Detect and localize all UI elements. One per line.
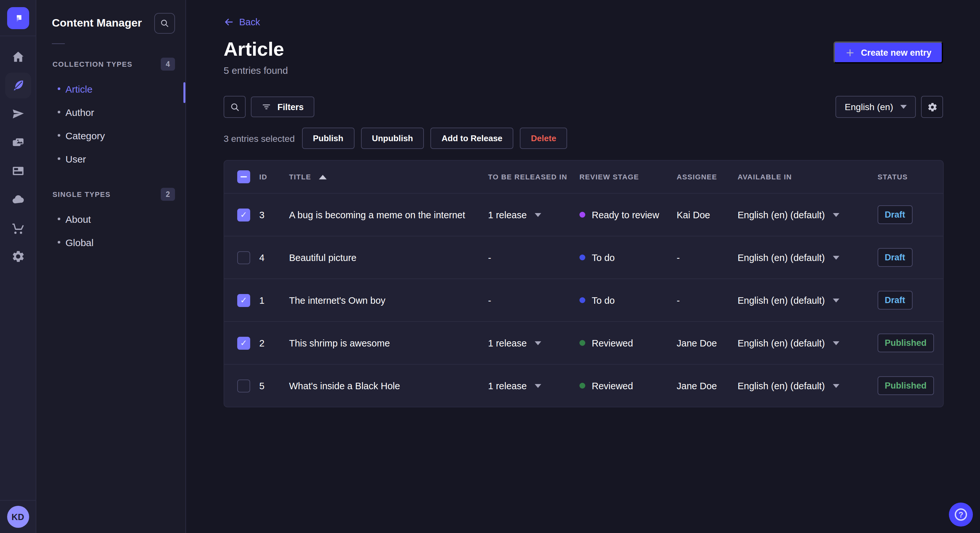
sidebar-item-about[interactable]: About	[36, 207, 185, 230]
cell-release: 1 release	[488, 209, 579, 220]
cell-assignee: Kai Doe	[677, 209, 738, 220]
table-row[interactable]: 1 The internet's Own boy - To do - Engli…	[224, 279, 943, 321]
publish-button[interactable]: Publish	[302, 128, 354, 149]
table-body: 3 A bug is becoming a meme on the intern…	[224, 193, 943, 407]
toolbar-left: Filters	[224, 96, 314, 118]
locale-chevron-down-icon[interactable]	[832, 213, 839, 217]
row-checkbox[interactable]	[237, 336, 250, 349]
locale-value: English (en)	[845, 102, 893, 112]
stage-text: Reviewed	[592, 338, 633, 348]
sidebar-content-type-builder-button[interactable]	[5, 158, 31, 184]
gear-icon	[926, 102, 937, 113]
search-button[interactable]	[224, 96, 246, 118]
main-nav-sidebar: KD	[0, 0, 36, 533]
question-mark-icon: ?	[955, 508, 967, 521]
subnav-header: Content Manager	[36, 0, 185, 34]
layout-icon	[11, 164, 25, 178]
sidebar-item-author[interactable]: Author	[36, 100, 185, 124]
available-text: English (en) (default)	[738, 295, 825, 305]
sidebar-content-manager-button[interactable]	[5, 73, 31, 98]
sidebar-deploy-button[interactable]	[5, 187, 31, 213]
release-text: 1 release	[488, 381, 527, 391]
row-checkbox[interactable]	[237, 208, 250, 221]
stage-text: To do	[592, 295, 615, 305]
selection-count-text: 3 entries selected	[224, 133, 294, 143]
locale-chevron-down-icon[interactable]	[832, 384, 839, 388]
subnav-search-button[interactable]	[154, 13, 175, 34]
nav-item-label: Author	[65, 106, 94, 117]
cell-stage: To do	[579, 295, 677, 305]
cell-status: Draft	[878, 291, 943, 309]
section-count-badge: 4	[161, 58, 175, 71]
help-button[interactable]: ?	[949, 503, 973, 527]
filters-label: Filters	[277, 102, 304, 112]
table-row[interactable]: 2 This shrimp is awesome 1 release Revie…	[224, 321, 943, 364]
toolbar-right: English (en)	[836, 96, 943, 118]
back-row: Back	[224, 17, 943, 30]
create-new-entry-button[interactable]: Create new entry	[834, 41, 943, 63]
row-checkbox[interactable]	[237, 294, 250, 307]
column-header-status[interactable]: STATUS	[878, 173, 943, 181]
active-item-indicator	[183, 82, 185, 103]
table-row[interactable]: 4 Beautiful picture - To do - English (e…	[224, 236, 943, 279]
cell-available: English (en) (default)	[738, 209, 878, 220]
cell-assignee: Jane Doe	[677, 381, 738, 391]
cell-status: Published	[878, 333, 943, 352]
view-settings-button[interactable]	[921, 96, 943, 118]
cell-available: English (en) (default)	[738, 338, 878, 348]
delete-button[interactable]: Delete	[520, 128, 567, 149]
nav-icons	[5, 36, 31, 270]
release-chevron-down-icon[interactable]	[535, 384, 541, 388]
locale-chevron-down-icon[interactable]	[832, 255, 839, 259]
bullet-icon	[58, 134, 60, 136]
cell-available: English (en) (default)	[738, 381, 878, 391]
release-chevron-down-icon[interactable]	[535, 341, 541, 345]
sidebar-marketplace-button[interactable]	[5, 215, 31, 241]
column-header-title[interactable]: TITLE	[289, 173, 488, 181]
locale-chevron-down-icon[interactable]	[832, 298, 839, 302]
sidebar-media-library-button[interactable]	[5, 130, 31, 155]
table-row[interactable]: 3 A bug is becoming a meme on the intern…	[224, 193, 943, 236]
column-header-stage[interactable]: REVIEW STAGE	[579, 173, 677, 181]
bullet-icon	[58, 241, 60, 244]
locale-select[interactable]: English (en)	[836, 96, 916, 118]
cell-release: 1 release	[488, 381, 579, 391]
add-to-release-button[interactable]: Add to Release	[430, 128, 513, 149]
sidebar-releases-button[interactable]	[5, 101, 31, 127]
section-label: SINGLE TYPES	[52, 190, 110, 198]
status-badge: Published	[878, 333, 934, 352]
sidebar-item-user[interactable]: User	[36, 147, 185, 170]
page-header: Article 5 entries found Create new entry	[224, 38, 943, 76]
column-header-assignee[interactable]: ASSIGNEE	[677, 173, 738, 181]
table-row[interactable]: 5 What's inside a Black Hole 1 release R…	[224, 364, 943, 407]
cell-id: 2	[259, 338, 289, 348]
subnav-divider	[52, 43, 65, 44]
strapi-logo[interactable]	[7, 7, 29, 29]
unpublish-button[interactable]: Unpublish	[361, 128, 424, 149]
column-header-release[interactable]: TO BE RELEASED IN	[488, 173, 579, 181]
stage-dot-icon	[579, 212, 585, 217]
back-link[interactable]: Back	[224, 17, 260, 27]
stage-dot-icon	[579, 383, 585, 389]
row-checkbox[interactable]	[237, 379, 250, 392]
sidebar-item-article[interactable]: Article	[36, 77, 185, 100]
filters-button[interactable]: Filters	[251, 97, 314, 117]
sort-ascending-icon[interactable]	[319, 174, 327, 179]
sidebar-home-button[interactable]	[5, 44, 31, 70]
release-chevron-down-icon[interactable]	[535, 213, 541, 217]
nav-item-label: Article	[65, 83, 92, 94]
sidebar-item-category[interactable]: Category	[36, 124, 185, 147]
sidebar-settings-button[interactable]	[5, 244, 31, 270]
subnav-section: COLLECTION TYPES 4 Article Author Catego…	[36, 57, 185, 170]
filter-icon	[261, 102, 272, 112]
column-header-available[interactable]: AVAILABLE IN	[738, 173, 878, 181]
row-checkbox[interactable]	[237, 251, 250, 264]
gear-icon	[11, 249, 25, 263]
user-avatar[interactable]: KD	[7, 506, 29, 528]
select-all-checkbox[interactable]	[237, 170, 250, 183]
cell-release: -	[488, 295, 579, 305]
sidebar-item-global[interactable]: Global	[36, 230, 185, 254]
locale-chevron-down-icon[interactable]	[832, 341, 839, 345]
stage-text: Ready to review	[592, 209, 659, 220]
column-header-id[interactable]: ID	[259, 173, 289, 181]
